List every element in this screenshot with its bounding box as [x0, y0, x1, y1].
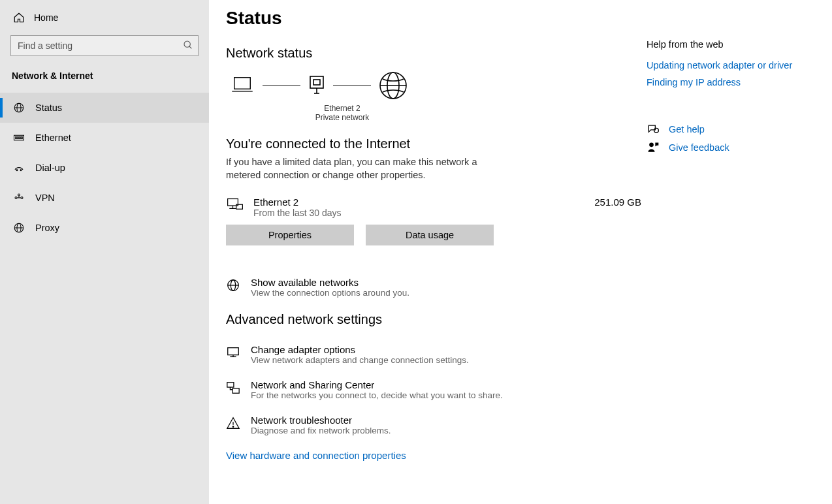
ethernet-icon: [13, 132, 25, 144]
proxy-icon: [13, 222, 25, 234]
globe-icon: [377, 70, 409, 101]
properties-button[interactable]: Properties: [226, 225, 354, 245]
sidebar-item-label: Status: [35, 102, 62, 113]
diagram-labels: Ethernet 2 Private network: [296, 104, 388, 122]
vpn-icon: [13, 192, 25, 204]
svg-rect-15: [234, 78, 251, 89]
home-label: Home: [34, 12, 58, 23]
connected-heading: You're connected to the Internet: [226, 136, 644, 151]
svg-rect-7: [22, 137, 23, 139]
sidebar: Home Network & Internet Status: [0, 0, 209, 504]
home-icon: [13, 12, 25, 24]
network-sharing-center[interactable]: Network and Sharing Center For the netwo…: [226, 379, 644, 400]
diagram-adapter-name: Ethernet 2: [296, 104, 388, 113]
network-troubleshooter[interactable]: Network troubleshooter Diagnose and fix …: [226, 415, 644, 435]
sharing-title: Network and Sharing Center: [251, 379, 503, 390]
globe-icon: [13, 102, 25, 114]
sharing-icon: [226, 381, 240, 395]
adapter-period: From the last 30 days: [253, 208, 585, 218]
advanced-heading: Advanced network settings: [226, 312, 644, 327]
rail-link-adapter-driver[interactable]: Updating network adapter or driver: [647, 60, 827, 71]
svg-rect-17: [313, 80, 320, 85]
give-feedback-row[interactable]: Give feedback: [647, 141, 827, 154]
search-container: [10, 35, 199, 56]
give-feedback-link[interactable]: Give feedback: [669, 142, 729, 153]
change-adapter-title: Change adapter options: [251, 344, 469, 355]
troubleshooter-icon: [226, 416, 240, 430]
svg-rect-26: [232, 388, 239, 393]
adapter-icon: [307, 74, 327, 97]
svg-point-10: [15, 197, 17, 199]
rail-heading: Help from the web: [647, 39, 827, 50]
laptop-icon: [229, 72, 256, 99]
sidebar-item-label: VPN: [35, 193, 55, 203]
search-input[interactable]: [10, 35, 199, 56]
adapter-rows-icon: [226, 197, 244, 215]
sidebar-item-label: Ethernet: [35, 133, 71, 143]
get-help-icon: [647, 123, 660, 136]
get-help-row[interactable]: Get help: [647, 123, 827, 136]
troubleshoot-title: Network troubleshooter: [251, 415, 391, 426]
svg-rect-16: [310, 76, 323, 88]
svg-rect-6: [20, 137, 21, 139]
sharing-desc: For the networks you connect to, decide …: [251, 390, 503, 400]
adapter-row: Ethernet 2 From the last 30 days 251.09 …: [226, 197, 644, 218]
svg-rect-25: [227, 382, 234, 386]
page-title: Status: [226, 8, 644, 29]
svg-point-27: [232, 426, 233, 426]
show-networks-title: Show available networks: [251, 277, 409, 288]
diagram-network-type: Private network: [296, 113, 388, 122]
sidebar-item-ethernet[interactable]: Ethernet: [0, 123, 209, 153]
data-usage-button[interactable]: Data usage: [366, 225, 494, 245]
svg-rect-4: [16, 137, 17, 139]
sidebar-item-status[interactable]: Status: [0, 93, 209, 123]
svg-rect-5: [18, 137, 19, 139]
network-status-heading: Network status: [226, 46, 644, 61]
sidebar-item-label: Dial-up: [35, 163, 65, 173]
adapter-options-icon: [226, 345, 240, 360]
sidebar-item-dialup[interactable]: Dial-up: [0, 153, 209, 183]
svg-point-28: [654, 128, 659, 133]
show-available-networks[interactable]: Show available networks View the connect…: [226, 277, 644, 298]
section-title: Network & Internet: [0, 71, 209, 93]
svg-point-11: [21, 197, 23, 199]
svg-rect-21: [236, 204, 243, 209]
sidebar-item-vpn[interactable]: VPN: [0, 183, 209, 213]
rail-link-ip-address[interactable]: Finding my IP address: [647, 77, 827, 87]
sidebar-item-proxy[interactable]: Proxy: [0, 213, 209, 243]
svg-rect-24: [228, 347, 239, 354]
feedback-icon: [647, 141, 660, 154]
main: Status Network status: [209, 0, 832, 504]
svg-point-12: [18, 194, 20, 196]
change-adapter-options[interactable]: Change adapter options View network adap…: [226, 344, 644, 365]
dialup-icon: [13, 162, 25, 174]
get-help-link[interactable]: Get help: [669, 124, 705, 134]
network-diagram: [226, 70, 644, 101]
show-networks-desc: View the connection options around you.: [251, 288, 409, 298]
data-usage-amount: 251.09 GB: [594, 197, 644, 208]
adapter-name: Ethernet 2: [253, 197, 585, 208]
globe-icon: [226, 278, 240, 292]
home-button[interactable]: Home: [0, 8, 209, 27]
view-hardware-link[interactable]: View hardware and connection properties: [226, 450, 406, 461]
svg-point-8: [16, 170, 18, 171]
help-rail: Help from the web Updating network adapt…: [644, 8, 827, 504]
svg-point-9: [20, 170, 22, 171]
svg-point-29: [649, 143, 654, 148]
sidebar-item-label: Proxy: [35, 223, 59, 233]
connected-desc: If you have a limited data plan, you can…: [226, 155, 500, 182]
troubleshoot-desc: Diagnose and fix network problems.: [251, 426, 391, 435]
change-adapter-desc: View network adapters and change connect…: [251, 355, 469, 365]
